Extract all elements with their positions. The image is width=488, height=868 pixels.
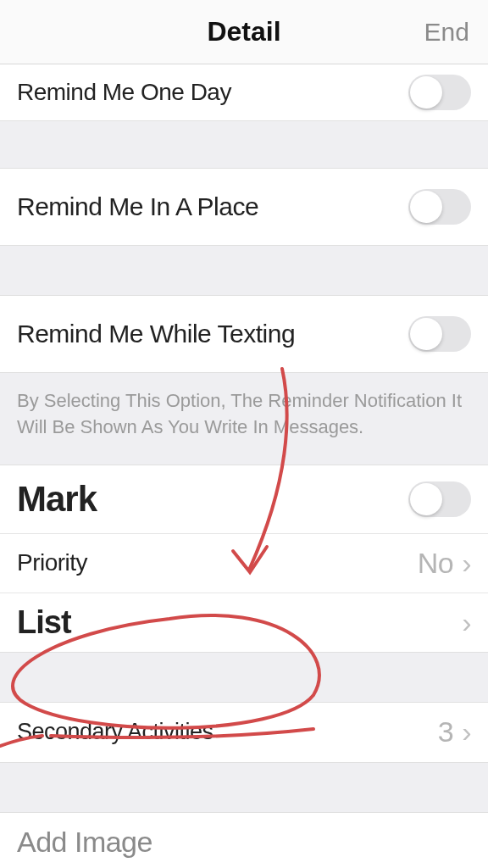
section-gap bbox=[0, 763, 488, 812]
chevron-right-icon: › bbox=[462, 547, 471, 580]
priority-value-text: No bbox=[418, 547, 453, 580]
add-image-row[interactable]: Add Image bbox=[0, 813, 488, 868]
remind-one-day-row[interactable]: Remind Me One Day bbox=[0, 64, 488, 120]
header-bar: Detail End bbox=[0, 0, 488, 64]
remind-texting-toggle[interactable] bbox=[408, 316, 471, 352]
mark-row[interactable]: Mark bbox=[0, 465, 488, 533]
remind-place-toggle[interactable] bbox=[408, 189, 471, 225]
priority-row[interactable]: Priority No › bbox=[0, 533, 488, 593]
section-gap bbox=[0, 653, 488, 702]
list-row[interactable]: List › bbox=[0, 593, 488, 652]
priority-label: Priority bbox=[17, 549, 87, 576]
mark-toggle[interactable] bbox=[408, 481, 471, 517]
chevron-right-icon: › bbox=[462, 715, 471, 748]
list-label: List bbox=[17, 604, 71, 641]
remind-texting-label: Remind Me While Texting bbox=[17, 320, 295, 348]
remind-one-day-toggle[interactable] bbox=[408, 75, 471, 110]
secondary-activities-count: 3 bbox=[438, 715, 453, 748]
texting-footer-note: By Selecting This Option, The Reminder N… bbox=[0, 373, 488, 465]
section-gap bbox=[0, 246, 488, 295]
secondary-activities-label: Secondary Activities bbox=[17, 719, 214, 745]
list-chevron: › bbox=[462, 606, 471, 639]
remind-place-label: Remind Me In A Place bbox=[17, 192, 258, 221]
page-title: Detail bbox=[207, 16, 280, 47]
remind-place-row[interactable]: Remind Me In A Place bbox=[0, 169, 488, 245]
remind-texting-row[interactable]: Remind Me While Texting bbox=[0, 296, 488, 372]
secondary-activities-value: 3 › bbox=[438, 715, 471, 748]
remind-one-day-label: Remind Me One Day bbox=[17, 79, 231, 106]
end-button[interactable]: End bbox=[424, 18, 469, 47]
mark-label: Mark bbox=[17, 479, 97, 520]
priority-value: No › bbox=[418, 547, 471, 580]
chevron-right-icon: › bbox=[462, 606, 471, 639]
add-image-label: Add Image bbox=[17, 826, 152, 859]
section-gap bbox=[0, 121, 488, 168]
secondary-activities-row[interactable]: Secondary Activities 3 › bbox=[0, 703, 488, 762]
